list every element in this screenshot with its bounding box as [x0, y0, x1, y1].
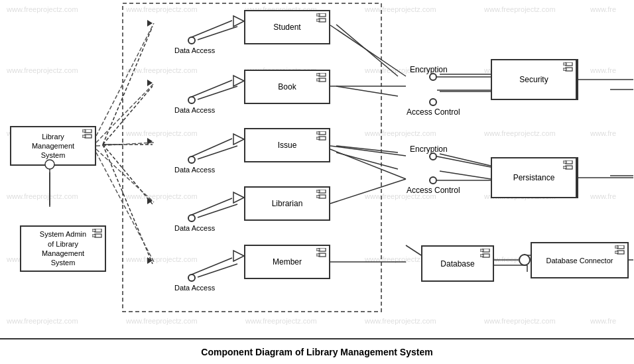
book-component: Book — [244, 70, 330, 104]
svg-marker-8 — [147, 80, 153, 86]
system-admin-box: System Admin of Library Management Syste… — [20, 225, 106, 272]
librarian-data-access-label: Data Access — [174, 224, 215, 232]
watermark: www.freeprojectz.com — [365, 5, 436, 13]
encryption-top-label: Encryption — [410, 65, 448, 74]
issue-component: Issue — [244, 128, 330, 162]
svg-line-15 — [198, 204, 237, 217]
svg-line-2 — [103, 27, 153, 145]
watermark: www.freeprojectz.com — [484, 317, 556, 325]
svg-rect-39 — [92, 229, 95, 231]
database-connector-component: Database Connector — [531, 242, 629, 278]
component-icon — [316, 248, 327, 257]
watermark: www.freeprojectz.com — [126, 192, 198, 200]
watermark: www.freeprojectz.com — [365, 317, 436, 325]
diagram-area: www.freeprojectz.com www.freeprojectz.co… — [0, 0, 634, 338]
svg-line-83 — [96, 84, 154, 143]
student-data-access-lollipop — [188, 36, 196, 44]
svg-line-105 — [192, 21, 232, 37]
watermark: www.freeprojectz.com — [245, 317, 317, 325]
watermark: www.freeprojectz.com — [7, 5, 78, 13]
svg-line-91 — [330, 179, 406, 204]
member-label: Member — [273, 257, 302, 267]
svg-marker-41 — [233, 16, 244, 27]
svg-line-24 — [440, 171, 491, 179]
student-data-access-label: Data Access — [174, 46, 215, 54]
svg-line-5 — [103, 145, 153, 204]
svg-line-16 — [198, 264, 237, 277]
svg-rect-50 — [316, 79, 320, 81]
member-arrow — [232, 249, 245, 263]
watermark: www.freeprojectz.com — [126, 129, 198, 137]
security-label: Security — [519, 75, 548, 84]
svg-marker-9 — [147, 138, 153, 145]
librarian-label: Librarian — [272, 199, 303, 208]
svg-rect-77 — [480, 255, 483, 257]
svg-rect-60 — [316, 196, 320, 198]
svg-line-19 — [336, 146, 398, 152]
svg-rect-54 — [316, 132, 320, 134]
svg-line-23 — [440, 154, 491, 166]
library-management-system-component: Library Management System — [10, 126, 96, 166]
library-management-label: Library Management System — [32, 132, 74, 160]
svg-marker-10 — [147, 198, 153, 204]
svg-rect-45 — [316, 19, 320, 21]
svg-rect-69 — [563, 68, 566, 70]
watermark: www.freeprojectz.com — [7, 192, 78, 200]
issue-label: Issue — [278, 141, 297, 150]
svg-marker-56 — [233, 192, 244, 203]
issue-data-access-lollipop — [188, 156, 196, 164]
student-component: Student — [244, 10, 330, 44]
svg-line-107 — [192, 139, 232, 156]
diagram-caption: Component Diagram of Library Management … — [201, 347, 432, 357]
issue-data-access-label: Data Access — [174, 166, 215, 174]
member-component: Member — [244, 245, 330, 279]
svg-rect-80 — [615, 246, 618, 248]
svg-line-17 — [336, 25, 398, 76]
svg-line-6 — [103, 145, 153, 264]
component-icon — [82, 129, 93, 139]
watermark: www.fre — [590, 66, 616, 74]
component-icon — [316, 13, 327, 23]
database-connector-lollipop — [519, 254, 531, 266]
svg-marker-11 — [147, 257, 153, 264]
svg-rect-49 — [316, 74, 320, 76]
database-label: Database — [440, 259, 474, 269]
svg-line-90 — [330, 149, 406, 179]
svg-marker-51 — [233, 134, 244, 145]
watermark: www.freeprojectz.com — [126, 255, 198, 263]
svg-rect-73 — [563, 166, 566, 168]
database-component: Database — [421, 245, 494, 282]
encryption-top-lollipop1 — [429, 73, 437, 81]
watermark: www.fre — [590, 129, 616, 137]
persistance-component: Persistance — [491, 157, 577, 198]
librarian-data-access-lollipop — [188, 214, 196, 222]
svg-line-84 — [96, 143, 154, 146]
svg-rect-36 — [82, 135, 86, 137]
watermark: www.fre — [590, 192, 616, 200]
persistance-label: Persistance — [513, 173, 555, 182]
watermark: www.fre — [590, 317, 616, 325]
svg-line-94 — [437, 156, 491, 167]
svg-rect-68 — [563, 63, 566, 65]
access-control-top-lollipop — [429, 98, 437, 106]
watermark: www.fre — [590, 5, 616, 13]
system-admin-component: System Admin of Library Management Syste… — [20, 206, 106, 252]
persistance-right-border — [577, 157, 578, 198]
student-arrow — [232, 15, 245, 28]
svg-line-102 — [406, 245, 421, 255]
watermark: www.freeprojectz.com — [126, 5, 198, 13]
encryption-bottom-label: Encryption — [410, 145, 448, 154]
svg-line-109 — [192, 258, 232, 274]
book-data-access-label: Data Access — [174, 106, 215, 114]
librarian-component: Librarian — [244, 186, 330, 221]
component-icon — [563, 62, 574, 72]
system-admin-label: System Admin of Library Management Syste… — [40, 229, 86, 267]
security-right-border — [577, 59, 578, 100]
watermark: www.freeprojectz.com — [126, 66, 198, 74]
svg-line-85 — [96, 149, 154, 202]
svg-line-13 — [198, 86, 237, 99]
security-component: Security — [491, 59, 577, 100]
student-label: Student — [273, 23, 300, 32]
svg-rect-81 — [615, 251, 618, 253]
svg-line-106 — [192, 80, 232, 97]
